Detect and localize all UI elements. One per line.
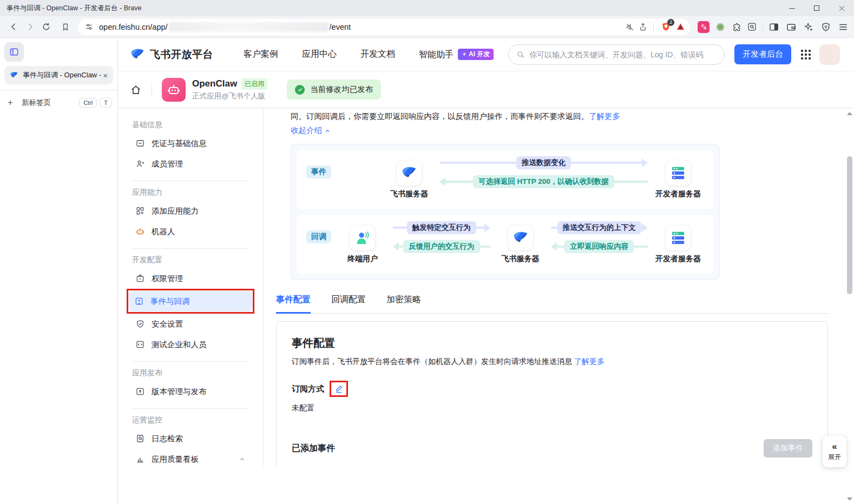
nav-ai-assistant[interactable]: 智能助手AI 开发	[419, 49, 494, 61]
sidebar-divider	[132, 248, 249, 249]
arrow-push-context: 推送交互行为的上下文	[551, 222, 648, 234]
extensions-area	[698, 21, 757, 33]
forward-button[interactable]	[22, 19, 38, 35]
expand-panel-button[interactable]: « 展开	[823, 436, 846, 467]
developer-console-button[interactable]: 开发者后台	[734, 44, 791, 64]
nav-dev-docs[interactable]: 开发文档	[360, 49, 395, 60]
panel-divider	[0, 90, 117, 90]
leo-ai-icon[interactable]	[803, 22, 814, 32]
extensions-puzzle-icon[interactable]	[731, 22, 741, 32]
scroll-up-arrow[interactable]	[847, 112, 852, 115]
browser-tab[interactable]: 事件与回调 - OpenClaw - ×	[4, 66, 113, 84]
reload-button[interactable]	[38, 19, 54, 35]
sidebar-item-credentials[interactable]: 凭证与基础信息	[130, 133, 251, 154]
sidebar-item-members[interactable]: 成员管理	[130, 154, 251, 174]
shield-check-icon	[135, 319, 145, 329]
arrow-http-200: 可选择返回 HTTP 200，以确认收到数据	[439, 176, 648, 188]
sidebar-item-bot[interactable]: 机器人	[130, 221, 251, 242]
site-settings-icon[interactable]	[84, 22, 94, 31]
window-titlebar: 事件与回调 - OpenClaw - 开发者后台 - Brave	[0, 0, 854, 16]
vpn-shield-icon[interactable]	[820, 22, 831, 32]
status-extension-icon[interactable]	[715, 22, 726, 32]
audio-muted-icon[interactable]	[625, 22, 635, 32]
collapse-intro-link[interactable]: 收起介绍	[291, 125, 331, 136]
nav-customer-cases[interactable]: 客户案例	[244, 49, 278, 60]
sidebar-item-permissions[interactable]: 权限管理	[130, 268, 251, 289]
tab-encryption-policy[interactable]: 加密策略	[386, 294, 421, 313]
node-feishu-server: 飞书服务器	[383, 161, 435, 199]
user-avatar[interactable]	[819, 44, 840, 65]
apps-grid-icon[interactable]	[801, 50, 811, 59]
sidebar-divider	[132, 361, 249, 362]
wallet-icon[interactable]	[786, 22, 797, 32]
panel-toggle-button[interactable]	[4, 42, 24, 62]
chevron-up-icon[interactable]	[239, 456, 246, 463]
id-card-icon	[135, 138, 145, 148]
sidebar-toggle-icon[interactable]	[768, 22, 779, 32]
arrow-trigger-interaction: 触发特定交互行为	[393, 222, 490, 234]
translate-extension-icon[interactable]	[698, 21, 710, 33]
window-minimize-button[interactable]	[779, 0, 804, 16]
node-feishu-server: 飞书服务器	[495, 226, 547, 264]
feishu-logo-icon	[130, 47, 145, 62]
sidebar-item-test-enterprise[interactable]: 测试企业和人员	[130, 334, 251, 355]
double-chevron-left-icon: «	[832, 442, 837, 451]
tab-callback-config[interactable]: 回调配置	[331, 294, 366, 313]
config-learn-more-link[interactable]: 了解更多	[574, 357, 605, 366]
brand-logo[interactable]: 飞书开放平台	[130, 47, 213, 62]
doc-search-box[interactable]	[508, 44, 725, 65]
bookmark-button[interactable]	[57, 19, 74, 35]
event-config-description: 订阅事件后，飞书开放平台将会在事件（如机器人入群）发生时向请求地址推送消息 了解…	[292, 357, 812, 367]
page-scrollbar[interactable]	[845, 109, 854, 504]
menu-icon[interactable]	[838, 22, 849, 32]
sidebar-item-log-search[interactable]: 日志检索	[130, 428, 251, 449]
callback-badge: 回调	[306, 230, 331, 243]
tab-event-config[interactable]: 事件配置	[276, 294, 311, 314]
share-icon[interactable]	[638, 22, 648, 32]
sidebar-item-security[interactable]: 安全设置	[130, 314, 251, 334]
window-close-button[interactable]	[829, 0, 854, 16]
sidebar-divider	[132, 408, 249, 409]
tab-title: 事件与回调 - OpenClaw -	[23, 70, 102, 80]
shortcut-t-key: T	[100, 98, 112, 108]
new-tab-button[interactable]: + 新标签页 Ctrl T	[0, 94, 117, 112]
url-text-suffix: /event	[330, 23, 351, 31]
publish-status-text: 当前修改均已发布	[310, 84, 373, 95]
annotation-box-events-callbacks: 事件与回调	[127, 289, 254, 314]
vertical-tabs-panel: 事件与回调 - OpenClaw - × + 新标签页 Ctrl T	[0, 38, 118, 504]
search-input[interactable]	[529, 50, 717, 59]
window-maximize-button[interactable]	[804, 0, 829, 16]
sidebar-item-quality-dashboard[interactable]: 应用质量看板	[130, 449, 251, 466]
back-icon	[9, 22, 18, 31]
ai-dev-badge: AI 开发	[458, 49, 494, 60]
home-icon[interactable]	[130, 84, 142, 96]
expand-label: 展开	[828, 453, 841, 462]
diagram-event-row: 事件 飞书服务器 推送数据变化 可选择返回 HTTP 200，以确认收到数据	[297, 150, 714, 209]
scroll-down-arrow[interactable]	[847, 498, 852, 501]
arrow-feedback-interaction: 反馈用户的交互行为	[393, 241, 490, 253]
intro-learn-more-link[interactable]: 了解更多	[589, 112, 620, 121]
url-bar[interactable]: open.feishu.cn/app//event 2	[78, 19, 690, 35]
developer-server-icon	[666, 161, 691, 185]
subscription-method-label: 订阅方式	[292, 384, 324, 394]
add-event-button[interactable]: 添加事件	[764, 439, 812, 457]
back-button[interactable]	[5, 19, 22, 35]
sidebar-item-add-capability[interactable]: 添加应用能力	[130, 201, 251, 221]
sidebar-item-events-callbacks[interactable]: 事件与回调	[129, 291, 252, 311]
panel-toggle-icon	[9, 47, 19, 57]
tab-close-button[interactable]: ×	[102, 71, 109, 80]
event-callback-diagram: 事件 飞书服务器 推送数据变化 可选择返回 HTTP 200，以确认收到数据	[291, 144, 720, 280]
brave-rewards-icon[interactable]	[675, 22, 686, 32]
reload-icon	[42, 22, 51, 31]
brave-shield-button[interactable]: 2	[659, 21, 672, 34]
sidebar-item-version-release[interactable]: 版本管理与发布	[130, 381, 251, 402]
edit-pencil-icon[interactable]	[334, 384, 344, 394]
search-extension-icon[interactable]	[747, 22, 757, 32]
nav-app-center[interactable]: 应用中心	[302, 49, 337, 60]
scrollbar-thumb[interactable]	[847, 156, 852, 294]
minimize-icon	[789, 8, 795, 9]
chevron-up-icon	[324, 128, 331, 134]
top-nav: 客户案例 应用中心 开发文档 智能助手AI 开发	[244, 49, 494, 61]
url-text-prefix: open.feishu.cn/app/	[99, 23, 168, 31]
group-capabilities: 应用能力	[132, 188, 249, 197]
